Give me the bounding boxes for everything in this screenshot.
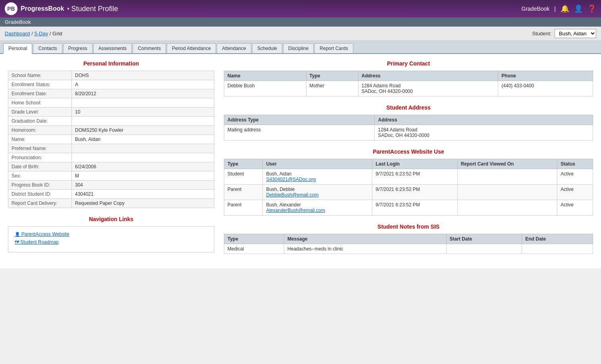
field-value: DOMS250 Kyle Fowler: [72, 126, 214, 135]
table-row: Student Bush, AidanS4304021@SADoc.org 9/…: [224, 169, 593, 185]
table-row: Parent Bush, DebbieDebbieBush@email.com …: [224, 185, 593, 200]
col-pa-status: Status: [557, 159, 593, 169]
student-dropdown[interactable]: Bush, Aidan: [555, 29, 596, 38]
pa-email-link[interactable]: AlexanderBush@email.com: [266, 208, 325, 213]
pa-login: 9/7/2021 6:23:52 PM: [372, 169, 457, 185]
tab-personal[interactable]: Personal: [3, 43, 32, 54]
separator: |: [554, 6, 556, 12]
pa-type: Student: [224, 169, 263, 185]
field-label: Date of Birth:: [8, 162, 72, 171]
dropdown-arrow-icon[interactable]: ▾: [67, 6, 69, 12]
table-row: Debbie Bush Mother 1284 Adams RoadSADoc,…: [224, 81, 593, 96]
breadcrumb-grid: Grid: [52, 31, 62, 37]
table-row: Graduation Date:: [8, 117, 214, 126]
field-label: Grade Level:: [8, 108, 72, 117]
tab-schedule[interactable]: Schedule: [252, 43, 282, 53]
col-note-start: Start Date: [446, 234, 522, 244]
pa-user: Bush, AlexanderAlexanderBush@email.com: [263, 200, 372, 216]
contact-name: Debbie Bush: [224, 81, 306, 96]
addr-type: Mailing address: [224, 125, 375, 141]
field-label: Pronunciation:: [8, 153, 72, 162]
field-label: Report Card Delivery:: [8, 199, 72, 208]
field-label: Graduation Date:: [8, 117, 72, 126]
table-row: Enrollment Status:A: [8, 80, 214, 89]
col-address: Address: [358, 71, 498, 81]
parentaccess-link[interactable]: ParentAccess Website: [15, 231, 208, 237]
bell-icon[interactable]: 🔔: [561, 4, 569, 13]
field-value: Requested Paper Copy: [72, 199, 214, 208]
col-type: Type: [306, 71, 358, 81]
app-name: ProgressBook: [21, 5, 64, 12]
contact-address: 1284 Adams RoadSADoc, OH 44320-0000: [358, 81, 498, 96]
primary-contact-section: Primary Contact Name Type Address Phone …: [224, 60, 593, 96]
table-row: Parent Bush, AlexanderAlexanderBush@emai…: [224, 200, 593, 216]
pa-email-link[interactable]: DebbieBush@email.com: [266, 192, 318, 198]
pa-login: 9/7/2021 6:23:52 PM: [372, 200, 457, 216]
pa-rc: [457, 169, 557, 185]
breadcrumb: Dashboard / 5-Day / Grid: [5, 31, 62, 37]
col-phone: Phone: [498, 71, 593, 81]
personal-info-table: School Name:DOHSEnrollment Status:AEnrol…: [8, 71, 214, 208]
table-row: Progress Book ID:304: [8, 181, 214, 190]
field-value: [72, 117, 214, 126]
field-label: School Name:: [8, 71, 72, 80]
pa-email-link[interactable]: S4304021@SADoc.org: [266, 177, 316, 182]
pa-type: Parent: [224, 185, 263, 200]
pa-user: Bush, AidanS4304021@SADoc.org: [263, 169, 372, 185]
logo: PB ProgressBook: [5, 2, 64, 15]
tab-assessments[interactable]: Assessments: [93, 43, 132, 53]
pa-type: Parent: [224, 200, 263, 216]
note-type: Medical: [224, 244, 284, 254]
tab-attendance[interactable]: Attendance: [217, 43, 251, 53]
breadcrumb-5day[interactable]: 5-Day: [34, 31, 48, 37]
table-row: Grade Level:10: [8, 108, 214, 117]
pa-status: Active: [557, 200, 593, 216]
table-row: Homeroom:DOMS250 Kyle Fowler: [8, 126, 214, 135]
student-address-section: Student Address Address Type Address Mai…: [224, 104, 593, 141]
tab-comments[interactable]: Comments: [133, 43, 166, 53]
personal-info-section: Personal Information School Name:DOHSEnr…: [8, 60, 214, 208]
col-addr-type: Address Type: [224, 115, 375, 125]
parent-access-table: Type User Last Login Report Card Viewed …: [224, 159, 593, 216]
field-label: District Student ID:: [8, 190, 72, 199]
personal-info-title: Personal Information: [8, 60, 214, 67]
table-row: Enrollment Date:8/20/2012: [8, 89, 214, 98]
logo-icon: PB: [5, 2, 17, 15]
table-row: District Student ID:4304021: [8, 190, 214, 199]
nav-links-box: ParentAccess Website Student Roadmap: [8, 226, 214, 252]
field-value: M: [72, 171, 214, 181]
nav-links-title: Navigation Links: [8, 216, 214, 222]
field-value: [72, 98, 214, 108]
table-row: Name:Bush, Aidan: [8, 135, 214, 144]
note-start: [446, 244, 522, 254]
tab-contacts[interactable]: Contacts: [33, 43, 62, 53]
field-value: 304: [72, 181, 214, 190]
student-label: Student:: [532, 31, 551, 37]
tab-discipline[interactable]: Discipline: [283, 43, 314, 53]
user-icon[interactable]: 👤: [574, 4, 583, 13]
sub-navbar: GradeBook: [0, 17, 601, 27]
tab-progress[interactable]: Progress: [63, 43, 92, 53]
student-address-table: Address Type Address Mailing address 128…: [224, 115, 593, 141]
tab-report-cards[interactable]: Report Cards: [314, 43, 353, 53]
breadcrumb-dashboard[interactable]: Dashboard: [5, 31, 30, 37]
sub-nav-label: GradeBook: [5, 19, 31, 25]
field-label: Home School:: [8, 98, 72, 108]
field-label: Progress Book ID:: [8, 181, 72, 190]
top-navbar: PB ProgressBook ▾ Student Profile GradeB…: [0, 0, 601, 17]
help-icon[interactable]: ❓: [588, 4, 596, 13]
field-value: 8/20/2012: [72, 89, 214, 98]
field-label: Preferred Name:: [8, 144, 72, 153]
table-row: Medical Headaches--meds in clinic: [224, 244, 593, 254]
col-addr: Address: [375, 115, 593, 125]
col-pa-rc: Report Card Viewed On: [457, 159, 557, 169]
field-value: 4304021: [72, 190, 214, 199]
tab-period-attendance[interactable]: Period Attendance: [167, 43, 216, 53]
breadcrumb-bar: Dashboard / 5-Day / Grid Student: Bush, …: [0, 27, 601, 41]
col-note-type: Type: [224, 234, 284, 244]
pa-rc: [457, 200, 557, 216]
table-row: Date of Birth:6/24/2006: [8, 162, 214, 171]
student-roadmap-link[interactable]: Student Roadmap: [15, 239, 208, 245]
col-pa-login: Last Login: [372, 159, 457, 169]
col-note-end: End Date: [522, 234, 593, 244]
